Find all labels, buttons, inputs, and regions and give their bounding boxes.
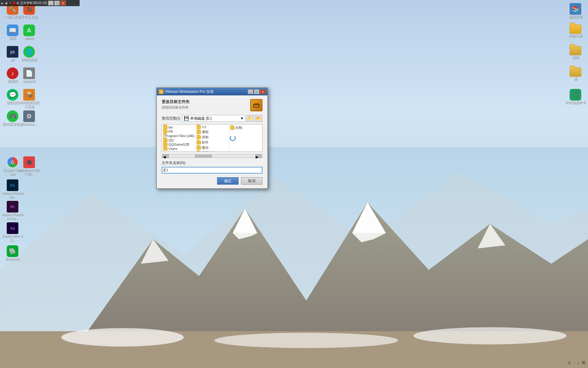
browse-row: 查找范围(I): 💾 本地磁盘 (E:) ▼ 📁 📂 <box>162 115 262 122</box>
filename-label: 文件夹名称(N): <box>162 160 262 166</box>
icon-xox[interactable]: 🎵 XOX游戏声卡 <box>565 89 586 105</box>
tree-item-yy[interactable]: YY <box>196 125 228 129</box>
browse-new-btn[interactable]: 📂 <box>255 115 262 122</box>
tree-col-1: bin PR Program Files (x86) QQ QQGameSZB <box>162 125 195 151</box>
drive-label: 本地磁盘 (E:) <box>190 116 212 121</box>
tray-c[interactable]: C <box>568 361 571 365</box>
icon-360[interactable]: 🌐 360浏览器 <box>18 46 40 62</box>
tray-input[interactable]: 简 <box>582 360 586 366</box>
icon-aftereffects[interactable]: Ae Adobe After CC... <box>2 222 23 242</box>
tree-item-qqgame[interactable]: QQGameSZB <box>163 142 194 147</box>
dialog-title-icon: ⚙ <box>159 89 164 94</box>
dialog-maximize-btn[interactable]: □ <box>254 89 259 94</box>
tree-item-users[interactable]: Users <box>163 147 194 151</box>
tree-item-xunlei[interactable]: 迅雷下载 <box>196 150 228 151</box>
dialog-titlebar: ⚙ VMware Workstation Pro 安装 _ □ ✕ <box>157 88 267 95</box>
recording-title: 正在录制 [00:01:15] <box>20 1 47 5</box>
dialog-main-subtitle: 浏览到目标文件夹 <box>162 105 247 110</box>
icon-folder-r3[interactable]: 遥 <box>565 67 586 81</box>
tree-item-qq[interactable]: QQ <box>163 138 194 142</box>
tree-item-luzhi[interactable]: 录制 <box>196 135 228 140</box>
tree-col-2: YY 课程 录制 软件 微信 迅雷下载 <box>195 125 229 151</box>
tree-item-ruanjian[interactable]: 软件 <box>196 140 228 145</box>
dialog-close-btn[interactable]: ✕ <box>260 89 266 94</box>
tree-scrollbar[interactable]: ◀ ▶ <box>162 154 262 158</box>
icon-vmware[interactable]: ⚙ Vmware... <box>18 110 40 126</box>
tree-item-weixin[interactable]: 微信 <box>196 145 228 150</box>
tray-music[interactable]: ♪ <box>577 361 579 365</box>
tree-item-bin[interactable]: bin <box>163 125 194 129</box>
ok-button[interactable]: 确定 <box>217 177 239 185</box>
cancel-button[interactable]: 取消 <box>241 177 262 185</box>
dialog-main-title: 更改目标文件夹 <box>162 99 247 105</box>
taskbar-maximize[interactable]: □ <box>54 1 60 6</box>
browse-label: 查找范围(I): <box>162 116 181 121</box>
taskbar: ▶ ⏹ ✎ 正在录制 [00:01:15] _ □ ✕ <box>0 0 80 6</box>
icon-jing[interactable]: 📚 读英语书 <box>565 3 586 19</box>
icon-evernote[interactable]: 🐘 Evernote <box>2 245 23 261</box>
taskbar-close[interactable]: ✕ <box>60 1 66 6</box>
icon-photoshop[interactable]: Ps Adobe Photosho... <box>2 179 23 199</box>
dialog-buttons: 确定 取消 <box>162 177 262 185</box>
icon-folder-r1[interactable]: 科技小说 <box>565 25 586 38</box>
taskbar-minimize[interactable]: _ <box>48 1 54 6</box>
dialog-vmware-icon: 🗃 <box>250 99 262 111</box>
browse-dropdown[interactable]: 💾 本地磁盘 (E:) ▼ <box>182 115 245 122</box>
tree-item-kecheng[interactable]: 课程 <box>196 129 228 135</box>
icon-nsa[interactable]: 📦 NSA安装汉化工具盒 <box>18 89 40 109</box>
loading-cursor <box>230 135 236 141</box>
browse-up-btn[interactable]: 📁 <box>247 115 254 122</box>
desktop-icons: 🔧 一键工具盒 🐂 千牛工具盒 📖 游戏 A ailexo ps ps 🌐 36… <box>0 0 588 368</box>
icon-ailexo[interactable]: A ailexo <box>18 25 40 40</box>
icon-bandicam[interactable]: 🎥 bandicam 2017 03... <box>18 156 40 176</box>
tree-item-pr[interactable]: PR <box>163 129 194 134</box>
icon-logopsd[interactable]: 📄 logopsd <box>18 67 40 83</box>
icon-folder-r2[interactable]: 遥控 <box>565 46 586 59</box>
file-tree: bin PR Program Files (x86) QQ QQGameSZB <box>162 124 262 152</box>
tree-item-zizhi[interactable]: 自制 <box>230 125 262 130</box>
dialog-minimize-btn[interactable]: _ <box>248 89 253 94</box>
dialog-header: 更改目标文件夹 浏览到目标文件夹 🗃 <box>162 99 262 111</box>
system-tray: C · ♪ 简 <box>568 360 586 366</box>
vmware-dialog[interactable]: ⚙ VMware Workstation Pro 安装 _ □ ✕ 更改目标文件… <box>156 87 268 189</box>
icon-premiere[interactable]: Pr Adobe Premiere Pro... <box>2 201 23 220</box>
filename-section: 文件夹名称(N): <box>162 160 262 174</box>
dialog-title-text: VMware Workstation Pro 安装 <box>165 89 247 94</box>
tree-item-programfiles[interactable]: Program Files (x86) <box>163 134 194 138</box>
tray-dot: · <box>574 361 575 365</box>
filename-input[interactable] <box>162 167 262 174</box>
